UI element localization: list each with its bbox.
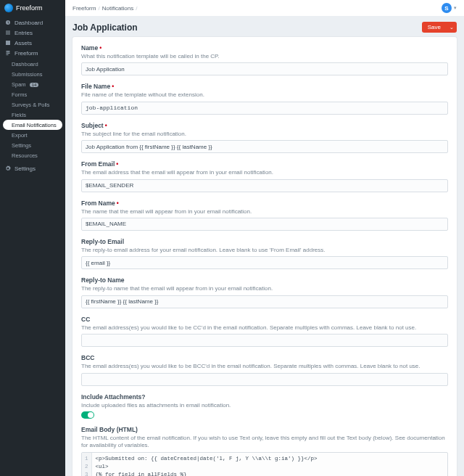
help-from-name: The name that the email will appear from…	[81, 208, 448, 216]
subnav-surveys[interactable]: Surveys & Polls	[0, 99, 65, 110]
input-file-name[interactable]	[81, 102, 448, 115]
save-dropdown-button[interactable]: ⌄	[447, 22, 457, 33]
label-subject: Subject•	[81, 122, 448, 129]
field-from-name: From Name• The name that the email will …	[81, 200, 448, 231]
account-avatar[interactable]: S	[442, 3, 452, 13]
sidebar: Freeform Dashboard Entries Assets Freefo…	[0, 0, 65, 476]
field-subject: Subject• The subject line for the email …	[81, 122, 448, 153]
code-lines[interactable]: <p>Submitted on: {{ dateCreated|date('l,…	[92, 453, 447, 476]
label-from-email: From Email•	[81, 160, 448, 168]
gear-icon	[5, 165, 11, 171]
breadcrumb-sep: /	[136, 5, 137, 12]
form-icon	[5, 50, 11, 56]
subnav-submissions[interactable]: Submissions	[0, 69, 65, 79]
help-from-email: The email address that the email will ap…	[81, 169, 448, 176]
input-subject[interactable]	[81, 140, 448, 153]
subnav-forms[interactable]: Forms	[0, 89, 65, 99]
label-bcc: BCC	[81, 354, 448, 361]
field-reply-name: Reply-to Name The reply-to name that the…	[81, 276, 448, 308]
input-reply-email[interactable]	[81, 256, 448, 269]
help-file-name: File name of the template without the ex…	[81, 91, 448, 99]
nav-label: Assets	[14, 40, 32, 46]
field-bcc: BCC The email address(es) you would like…	[81, 354, 448, 385]
label-reply-name: Reply-to Name	[81, 276, 448, 284]
label-attachments: Include Attachments?	[81, 393, 448, 401]
label-email-body: Email Body (HTML)	[81, 426, 448, 433]
field-name: Name• What this notification template wi…	[81, 44, 448, 75]
help-bcc: The email address(es) you would like to …	[81, 363, 448, 370]
help-cc: The email address(es) you would like to …	[81, 324, 448, 332]
nav-label: Settings	[14, 165, 36, 172]
label-reply-email: Reply-to Email	[81, 238, 448, 245]
label-file-name: File Name•	[81, 83, 448, 90]
subnav-fields[interactable]: Fields	[0, 110, 65, 120]
input-from-name[interactable]	[81, 218, 448, 231]
label-from-name: From Name•	[81, 200, 448, 207]
subnav-spam[interactable]: Spam 14	[0, 79, 65, 89]
brand[interactable]: Freeform	[0, 0, 65, 16]
help-attachments: Include uploaded files as attachments in…	[81, 402, 448, 409]
nav-label: Freeform	[14, 50, 38, 57]
freeform-subnav: Dashboard Submissions Spam 14 Forms Surv…	[0, 58, 65, 163]
help-name: What this notification template will be …	[81, 53, 448, 60]
form-panel: Name• What this notification template wi…	[72, 37, 457, 476]
field-cc: CC The email address(es) you would like …	[81, 316, 448, 347]
topbar: Freeform / Notifications / S ▾	[65, 0, 464, 16]
label-cc: CC	[81, 316, 448, 323]
help-reply-email: The reply-to email address for your emai…	[81, 247, 448, 254]
toggle-attachments[interactable]	[81, 411, 94, 419]
input-from-email[interactable]	[81, 179, 448, 192]
image-icon	[5, 40, 11, 46]
brand-icon	[4, 4, 13, 12]
nav-label: Entries	[14, 30, 33, 36]
help-subject: The subject line for the email notificat…	[81, 131, 448, 138]
subnav-email-notifications[interactable]: Email Notifications	[3, 120, 62, 130]
subnav-export[interactable]: Export	[0, 130, 65, 140]
content: Job Application Save ⌄ Name• What this n…	[65, 16, 464, 476]
breadcrumb-sep: /	[98, 5, 99, 12]
field-from-email: From Email• The email address that the e…	[81, 160, 448, 192]
field-file-name: File Name• File name of the template wit…	[81, 83, 448, 114]
code-editor[interactable]: 1234567 <p>Submitted on: {{ dateCreated|…	[81, 452, 448, 476]
field-reply-email: Reply-to Email The reply-to email addres…	[81, 238, 448, 269]
nav-label: Dashboard	[14, 20, 43, 26]
subnav-dashboard[interactable]: Dashboard	[0, 59, 65, 69]
input-reply-name[interactable]	[81, 295, 448, 308]
nav-dashboard[interactable]: Dashboard	[0, 17, 65, 28]
spam-count-badge: 14	[30, 83, 39, 87]
input-cc[interactable]	[81, 334, 448, 347]
main-nav: Dashboard Entries Assets Freeform Dashbo…	[0, 16, 65, 175]
help-email-body: The HTML content of the email notificati…	[81, 435, 448, 450]
help-reply-name: The reply-to name that the email will ap…	[81, 285, 448, 292]
field-email-body: Email Body (HTML) The HTML content of th…	[81, 426, 448, 476]
input-name[interactable]	[81, 62, 448, 75]
nav-settings[interactable]: Settings	[0, 163, 65, 173]
code-gutter: 1234567	[82, 453, 92, 476]
main: Freeform / Notifications / S ▾ Job Appli…	[65, 0, 464, 476]
breadcrumb-notifications[interactable]: Notifications	[102, 5, 134, 12]
save-button[interactable]: Save	[422, 22, 447, 33]
subnav-settings[interactable]: Settings	[0, 140, 65, 150]
input-bcc[interactable]	[81, 373, 448, 386]
breadcrumb-freeform[interactable]: Freeform	[72, 5, 96, 12]
subnav-resources[interactable]: Resources	[0, 150, 65, 160]
chevron-down-icon[interactable]: ▾	[454, 5, 457, 11]
content-header: Job Application Save ⌄	[72, 22, 457, 33]
gauge-icon	[5, 20, 11, 25]
nav-assets[interactable]: Assets	[0, 38, 65, 48]
page-title: Job Application	[72, 22, 138, 33]
nav-entries[interactable]: Entries	[0, 28, 65, 38]
field-attachments: Include Attachments? Include uploaded fi…	[81, 393, 448, 419]
brand-label: Freeform	[16, 4, 43, 12]
label-name: Name•	[81, 44, 448, 52]
list-icon	[5, 30, 11, 36]
subnav-spam-label: Spam	[12, 81, 26, 88]
nav-freeform[interactable]: Freeform	[0, 48, 65, 58]
